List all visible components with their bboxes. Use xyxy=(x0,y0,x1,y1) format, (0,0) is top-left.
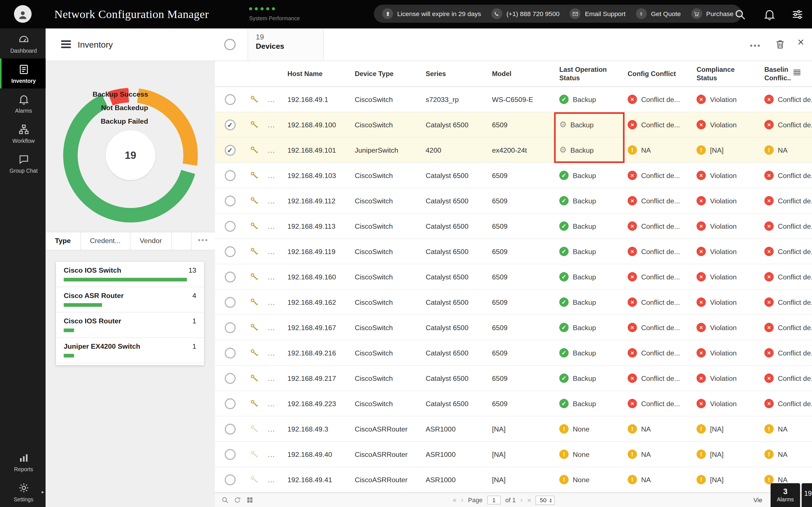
footer-zoom-icon[interactable] xyxy=(221,496,229,504)
prev-page-icon[interactable]: ‹ xyxy=(461,496,463,504)
filter-tab-vendor[interactable]: Vendor xyxy=(130,232,172,250)
sidebar-item-reports[interactable]: Reports xyxy=(0,447,46,477)
column-header-series[interactable]: Series xyxy=(421,61,488,87)
footer-refresh-icon[interactable] xyxy=(234,496,241,504)
quick-settings-sliders-icon[interactable] xyxy=(792,8,804,20)
row-select-radio[interactable] xyxy=(224,373,236,384)
type-list-item[interactable]: Cisco IOS Switch13 xyxy=(56,262,204,287)
flyout-arrow-icon: ▸ xyxy=(42,490,44,495)
table-row[interactable]: ...192.168.49.3CiscoASRRouterASR1000[NA]… xyxy=(215,416,812,442)
column-header-host-name[interactable]: Host Name xyxy=(283,61,351,87)
cell-actions[interactable]: ... xyxy=(264,112,283,137)
table-row[interactable]: ...192.168.49.112CiscoSwitchCatalyst 650… xyxy=(215,188,812,214)
table-row[interactable]: ✓...192.168.49.100CiscoSwitchCatalyst 65… xyxy=(215,112,812,138)
last-page-icon[interactable]: » xyxy=(527,496,531,504)
row-select-radio[interactable] xyxy=(224,246,236,257)
column-header-compliance[interactable]: Compliance Status xyxy=(693,61,760,87)
topbar-item-get-quote[interactable]: $Get Quote xyxy=(636,8,680,19)
table-row[interactable]: ...192.168.49.41CiscoASRRouterASR1000[NA… xyxy=(215,467,812,493)
column-chooser-icon[interactable] xyxy=(793,68,801,76)
table-row[interactable]: ...192.168.49.162CiscoSwitchCatalyst 650… xyxy=(215,290,812,315)
row-select-radio[interactable] xyxy=(224,221,236,231)
cell-actions[interactable]: ... xyxy=(264,467,283,492)
column-header-baselin[interactable]: Baselin Conflic.. xyxy=(760,61,812,87)
row-select-radio[interactable] xyxy=(224,297,236,307)
table-row[interactable]: ...192.168.49.40CiscoASRRouterASR1000[NA… xyxy=(215,442,812,467)
table-row[interactable]: ✓...192.168.49.101JuniperSwitch4200ex420… xyxy=(215,138,812,163)
cell-actions[interactable]: ... xyxy=(264,416,283,441)
tab-devices[interactable]: 19 Devices xyxy=(248,29,324,61)
cell-actions[interactable]: ... xyxy=(264,366,283,391)
table-row[interactable]: ...192.168.49.1CiscoSwitchs72033_rpWS-C6… xyxy=(215,87,812,112)
column-header-config-conflict[interactable]: Config Conflict xyxy=(623,61,692,87)
row-select-radio[interactable] xyxy=(224,170,236,181)
row-select-radio[interactable] xyxy=(224,195,236,206)
footer-grid-icon[interactable] xyxy=(246,496,254,504)
row-select-radio[interactable] xyxy=(224,398,236,409)
sidebar-item-workflow[interactable]: Workflow xyxy=(0,119,46,149)
table-row[interactable]: ...192.168.49.217CiscoSwitchCatalyst 650… xyxy=(215,366,812,391)
filter-tab-type[interactable]: Type xyxy=(46,232,81,250)
type-list-item[interactable]: Juniper EX4200 Switch1 xyxy=(56,338,204,363)
cell-actions[interactable]: ... xyxy=(264,391,283,416)
cell-actions[interactable]: ... xyxy=(264,87,283,112)
table-row[interactable]: ...192.168.49.223CiscoSwitchCatalyst 650… xyxy=(215,391,812,416)
row-select-radio[interactable] xyxy=(224,449,236,460)
topbar-item--1-888-720-9500[interactable]: (+1) 888 720 9500 xyxy=(492,8,560,19)
row-select-radio[interactable] xyxy=(224,271,236,282)
topbar-item-email-support[interactable]: Email Support xyxy=(570,8,625,19)
cell-actions[interactable]: ... xyxy=(264,290,283,315)
sidebar-item-dashboard[interactable]: Dashboard xyxy=(0,29,46,59)
cell-actions[interactable]: ... xyxy=(264,341,283,365)
alarms-widget[interactable]: 3 Alarms xyxy=(770,483,800,507)
page-number-input[interactable] xyxy=(487,496,501,504)
cell-actions[interactable]: ... xyxy=(264,442,283,467)
table-row[interactable]: ...192.168.49.216CiscoSwitchCatalyst 650… xyxy=(215,341,812,366)
cell-actions[interactable]: ... xyxy=(264,188,283,213)
row-select-radio[interactable]: ✓ xyxy=(224,145,236,156)
trash-icon[interactable] xyxy=(775,39,786,50)
table-row[interactable]: ...192.168.49.113CiscoSwitchCatalyst 650… xyxy=(215,214,812,239)
filter-tab-credent[interactable]: Credent... xyxy=(81,232,131,250)
next-page-icon[interactable]: › xyxy=(520,496,523,504)
table-row[interactable]: ...192.168.49.103CiscoSwitchCatalyst 650… xyxy=(215,163,812,188)
cell-actions[interactable]: ... xyxy=(264,315,283,340)
sidebar-item-alarms[interactable]: Alarms xyxy=(0,89,46,119)
row-select-radio[interactable] xyxy=(224,94,236,105)
cell-actions[interactable]: ... xyxy=(264,138,283,163)
close-icon[interactable]: × xyxy=(798,37,804,48)
page-size-select[interactable]: 50 ▲▼ xyxy=(536,496,555,505)
sidebar-item-inventory[interactable]: Inventory xyxy=(0,59,46,89)
column-header-last-operation[interactable]: Last Operation Status xyxy=(555,61,623,87)
search-icon[interactable] xyxy=(734,8,746,20)
cell-actions[interactable]: ... xyxy=(264,239,283,264)
sidebar-item-settings[interactable]: Settings▸ xyxy=(0,477,46,507)
cell-actions[interactable]: ... xyxy=(264,265,283,289)
row-select-radio[interactable]: ✓ xyxy=(224,119,236,130)
devices-badge-widget[interactable]: 19 xyxy=(802,483,812,507)
sidebar-item-group-chat[interactable]: Group Chat xyxy=(0,149,46,179)
first-page-icon[interactable]: « xyxy=(453,496,456,504)
column-header-model[interactable]: Model xyxy=(488,61,555,87)
type-list-item[interactable]: Cisco IOS Router1 xyxy=(56,313,204,338)
menu-icon[interactable] xyxy=(61,40,71,50)
select-all-radio[interactable] xyxy=(224,39,236,50)
type-list-item[interactable]: Cisco ASR Router4 xyxy=(56,287,204,313)
column-header-device-type[interactable]: Device Type xyxy=(350,61,421,87)
row-select-radio[interactable] xyxy=(224,474,236,485)
notifications-bell-icon[interactable] xyxy=(763,8,776,20)
topbar-item-purchase[interactable]: Purchase xyxy=(691,8,733,19)
row-select-radio[interactable] xyxy=(224,347,236,358)
cell-actions[interactable]: ... xyxy=(264,214,283,238)
cell-actions[interactable]: ... xyxy=(264,163,283,188)
filter-more-icon[interactable]: ••• xyxy=(191,232,215,250)
topbar-item-license-will-expire-in-29-days[interactable]: License will expire in 29 days xyxy=(382,8,481,19)
table-row[interactable]: ...192.168.49.119CiscoSwitchCatalyst 650… xyxy=(215,239,812,265)
table-row[interactable]: ...192.168.49.160CiscoSwitchCatalyst 650… xyxy=(215,265,812,290)
table-row[interactable]: ...192.168.49.167CiscoSwitchCatalyst 650… xyxy=(215,315,812,341)
row-select-radio[interactable] xyxy=(224,424,236,434)
more-icon[interactable]: ••• xyxy=(750,41,761,50)
row-select-radio[interactable] xyxy=(224,322,236,333)
user-avatar[interactable] xyxy=(14,5,32,22)
status-label: Backup xyxy=(573,222,596,230)
